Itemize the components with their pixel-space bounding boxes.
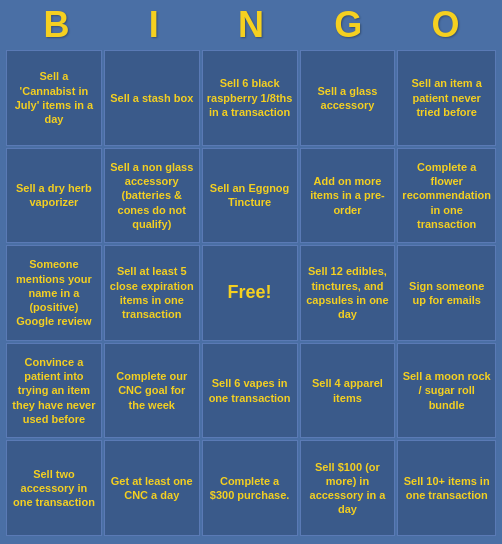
bingo-cell-r0c3[interactable]: Sell a glass accessory	[300, 50, 396, 146]
bingo-cell-r3c2[interactable]: Sell 6 vapes in one transaction	[202, 343, 298, 439]
cell-text-r0c3: Sell a glass accessory	[305, 84, 391, 113]
cell-text-r3c0: Convince a patient into trying an item t…	[11, 355, 97, 426]
letter-o: O	[397, 4, 494, 46]
cell-text-r4c0: Sell two accessory in one transaction	[11, 467, 97, 510]
letter-g: G	[300, 4, 397, 46]
cell-text-r2c0: Someone mentions your name in a (positiv…	[11, 257, 97, 328]
bingo-cell-r1c0[interactable]: Sell a dry herb vaporizer	[6, 148, 102, 244]
letter-b: B	[8, 4, 105, 46]
cell-text-r1c1: Sell a non glass accessory (batteries & …	[109, 160, 195, 231]
bingo-cell-r1c1[interactable]: Sell a non glass accessory (batteries & …	[104, 148, 200, 244]
cell-text-r4c4: Sell 10+ items in one transaction	[402, 474, 491, 503]
cell-text-r2c3: Sell 12 edibles, tinctures, and capsules…	[305, 264, 391, 321]
cell-text-r3c4: Sell a moon rock / sugar roll bundle	[402, 369, 491, 412]
cell-text-r2c4: Sign someone up for emails	[402, 279, 491, 308]
cell-text-r0c0: Sell a 'Cannabist in July' items in a da…	[11, 69, 97, 126]
cell-text-r0c2: Sell 6 black raspberry 1/8ths in a trans…	[207, 76, 293, 119]
cell-text-r0c4: Sell an item a patient never tried befor…	[402, 76, 491, 119]
cell-text-r3c3: Sell 4 apparel items	[305, 376, 391, 405]
bingo-cell-r1c3[interactable]: Add on more items in a pre-order	[300, 148, 396, 244]
bingo-cell-r3c1[interactable]: Complete our CNC goal for the week	[104, 343, 200, 439]
cell-text-r1c3: Add on more items in a pre-order	[305, 174, 391, 217]
bingo-cell-r2c3[interactable]: Sell 12 edibles, tinctures, and capsules…	[300, 245, 396, 341]
bingo-grid: Sell a 'Cannabist in July' items in a da…	[4, 48, 498, 538]
bingo-cell-r4c4[interactable]: Sell 10+ items in one transaction	[397, 440, 496, 536]
bingo-cell-r4c2[interactable]: Complete a $300 purchase.	[202, 440, 298, 536]
bingo-cell-r0c1[interactable]: Sell a stash box	[104, 50, 200, 146]
bingo-cell-r2c1[interactable]: Sell at least 5 close expiration items i…	[104, 245, 200, 341]
bingo-cell-r1c4[interactable]: Complete a flower recommendation in one …	[397, 148, 496, 244]
bingo-cell-r0c0[interactable]: Sell a 'Cannabist in July' items in a da…	[6, 50, 102, 146]
cell-text-r4c2: Complete a $300 purchase.	[207, 474, 293, 503]
bingo-cell-r0c4[interactable]: Sell an item a patient never tried befor…	[397, 50, 496, 146]
bingo-cell-r3c0[interactable]: Convince a patient into trying an item t…	[6, 343, 102, 439]
bingo-cell-r0c2[interactable]: Sell 6 black raspberry 1/8ths in a trans…	[202, 50, 298, 146]
cell-text-r2c2: Free!	[228, 281, 272, 304]
bingo-cell-r4c3[interactable]: Sell $100 (or more) in accessory in a da…	[300, 440, 396, 536]
cell-text-r1c0: Sell a dry herb vaporizer	[11, 181, 97, 210]
bingo-cell-r3c3[interactable]: Sell 4 apparel items	[300, 343, 396, 439]
bingo-cell-r2c0[interactable]: Someone mentions your name in a (positiv…	[6, 245, 102, 341]
cell-text-r0c1: Sell a stash box	[110, 91, 193, 105]
letter-n: N	[202, 4, 299, 46]
cell-text-r2c1: Sell at least 5 close expiration items i…	[109, 264, 195, 321]
cell-text-r1c4: Complete a flower recommendation in one …	[402, 160, 491, 231]
bingo-cell-r4c0[interactable]: Sell two accessory in one transaction	[6, 440, 102, 536]
bingo-cell-r4c1[interactable]: Get at least one CNC a day	[104, 440, 200, 536]
bingo-cell-r2c4[interactable]: Sign someone up for emails	[397, 245, 496, 341]
bingo-cell-r1c2[interactable]: Sell an Eggnog Tincture	[202, 148, 298, 244]
letter-i: I	[105, 4, 202, 46]
bingo-cell-r2c2[interactable]: Free!	[202, 245, 298, 341]
cell-text-r3c1: Complete our CNC goal for the week	[109, 369, 195, 412]
bingo-header: B I N G O	[0, 0, 502, 48]
cell-text-r3c2: Sell 6 vapes in one transaction	[207, 376, 293, 405]
cell-text-r4c1: Get at least one CNC a day	[109, 474, 195, 503]
cell-text-r4c3: Sell $100 (or more) in accessory in a da…	[305, 460, 391, 517]
bingo-cell-r3c4[interactable]: Sell a moon rock / sugar roll bundle	[397, 343, 496, 439]
cell-text-r1c2: Sell an Eggnog Tincture	[207, 181, 293, 210]
